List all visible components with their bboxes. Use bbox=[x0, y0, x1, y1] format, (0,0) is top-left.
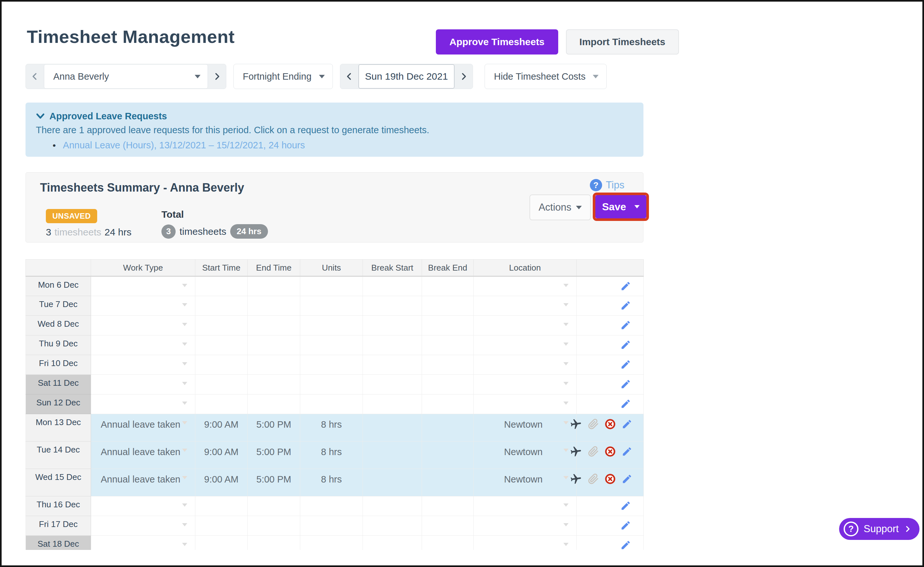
period-type-select[interactable]: Fortnight Ending bbox=[233, 64, 333, 89]
start-time-cell[interactable] bbox=[195, 335, 248, 355]
edit-icon[interactable] bbox=[620, 280, 631, 292]
end-time-cell[interactable] bbox=[248, 335, 300, 355]
units-cell[interactable] bbox=[300, 296, 363, 316]
work-type-cell[interactable] bbox=[91, 496, 195, 516]
break-start-cell[interactable] bbox=[363, 536, 422, 550]
edit-icon[interactable] bbox=[620, 339, 631, 350]
edit-icon[interactable] bbox=[620, 320, 631, 331]
edit-icon[interactable] bbox=[620, 520, 631, 531]
start-time-cell[interactable] bbox=[195, 375, 248, 394]
start-time-cell[interactable] bbox=[195, 276, 248, 296]
end-time-cell[interactable] bbox=[248, 355, 300, 375]
break-end-cell[interactable] bbox=[422, 355, 474, 375]
break-end-cell[interactable] bbox=[422, 394, 474, 414]
break-end-cell[interactable] bbox=[422, 414, 474, 441]
work-type-cell[interactable] bbox=[91, 536, 195, 550]
end-time-cell[interactable] bbox=[248, 375, 300, 394]
edit-icon[interactable] bbox=[620, 300, 631, 311]
approved-leave-header[interactable]: Approved Leave Requests bbox=[36, 111, 632, 122]
end-time-cell[interactable] bbox=[248, 296, 300, 316]
location-cell[interactable] bbox=[474, 296, 576, 316]
break-end-cell[interactable] bbox=[422, 441, 474, 469]
travel-icon[interactable] bbox=[570, 418, 582, 430]
work-type-cell[interactable]: Annual leave taken bbox=[91, 414, 195, 441]
break-end-cell[interactable] bbox=[422, 516, 474, 536]
break-end-cell[interactable] bbox=[422, 469, 474, 496]
end-time-cell[interactable] bbox=[248, 316, 300, 335]
units-cell[interactable] bbox=[300, 536, 363, 550]
edit-icon[interactable] bbox=[620, 398, 631, 409]
edit-icon[interactable] bbox=[620, 359, 631, 370]
edit-icon[interactable] bbox=[620, 500, 631, 511]
units-cell[interactable]: 8 hrs bbox=[300, 469, 363, 496]
costs-visibility-select[interactable]: Hide Timesheet Costs bbox=[485, 64, 606, 89]
work-type-cell[interactable]: Annual leave taken bbox=[91, 469, 195, 496]
end-time-cell[interactable]: 5:00 PM bbox=[248, 469, 300, 496]
start-time-cell[interactable]: 9:00 AM bbox=[195, 469, 248, 496]
employee-select[interactable]: Anna Beverly bbox=[44, 64, 208, 89]
break-start-cell[interactable] bbox=[363, 335, 422, 355]
break-end-cell[interactable] bbox=[422, 536, 474, 550]
actions-button[interactable]: Actions bbox=[530, 195, 591, 220]
units-cell[interactable] bbox=[300, 375, 363, 394]
units-cell[interactable] bbox=[300, 335, 363, 355]
start-time-cell[interactable] bbox=[195, 394, 248, 414]
delete-icon[interactable] bbox=[605, 418, 615, 430]
edit-icon[interactable] bbox=[622, 446, 632, 457]
work-type-cell[interactable] bbox=[91, 316, 195, 335]
location-cell[interactable] bbox=[474, 516, 576, 536]
units-cell[interactable] bbox=[300, 276, 363, 296]
edit-icon[interactable] bbox=[622, 474, 632, 484]
location-cell[interactable]: Newtown bbox=[474, 469, 576, 496]
start-time-cell[interactable] bbox=[195, 316, 248, 335]
break-start-cell[interactable] bbox=[363, 296, 422, 316]
break-end-cell[interactable] bbox=[422, 496, 474, 516]
tips-link[interactable]: ? Tips bbox=[590, 179, 625, 191]
start-time-cell[interactable] bbox=[195, 296, 248, 316]
break-end-cell[interactable] bbox=[422, 335, 474, 355]
leave-request-link[interactable]: Annual Leave (Hours), 13/12/2021 – 15/12… bbox=[53, 140, 632, 151]
period-date-display[interactable]: Sun 19th Dec 2021 bbox=[358, 64, 454, 89]
break-start-cell[interactable] bbox=[363, 414, 422, 441]
attachment-icon[interactable] bbox=[588, 474, 599, 484]
units-cell[interactable] bbox=[300, 516, 363, 536]
start-time-cell[interactable] bbox=[195, 496, 248, 516]
attachment-icon[interactable] bbox=[588, 446, 599, 457]
units-cell[interactable] bbox=[300, 316, 363, 335]
location-cell[interactable] bbox=[474, 276, 576, 296]
start-time-cell[interactable] bbox=[195, 536, 248, 550]
location-cell[interactable]: Newtown bbox=[474, 441, 576, 469]
edit-icon[interactable] bbox=[622, 418, 632, 430]
break-end-cell[interactable] bbox=[422, 316, 474, 335]
end-time-cell[interactable] bbox=[248, 516, 300, 536]
edit-icon[interactable] bbox=[620, 379, 631, 390]
break-start-cell[interactable] bbox=[363, 441, 422, 469]
start-time-cell[interactable] bbox=[195, 355, 248, 375]
location-cell[interactable] bbox=[474, 394, 576, 414]
break-start-cell[interactable] bbox=[363, 316, 422, 335]
end-time-cell[interactable]: 5:00 PM bbox=[248, 414, 300, 441]
date-prev-button[interactable] bbox=[340, 64, 358, 89]
start-time-cell[interactable]: 9:00 AM bbox=[195, 414, 248, 441]
units-cell[interactable] bbox=[300, 355, 363, 375]
work-type-cell[interactable] bbox=[91, 375, 195, 394]
break-start-cell[interactable] bbox=[363, 276, 422, 296]
end-time-cell[interactable] bbox=[248, 496, 300, 516]
break-end-cell[interactable] bbox=[422, 276, 474, 296]
employee-next-button[interactable] bbox=[208, 64, 226, 89]
location-cell[interactable] bbox=[474, 496, 576, 516]
work-type-cell[interactable] bbox=[91, 296, 195, 316]
work-type-cell[interactable] bbox=[91, 394, 195, 414]
work-type-cell[interactable] bbox=[91, 516, 195, 536]
import-timesheets-button[interactable]: Import Timesheets bbox=[566, 29, 679, 54]
break-start-cell[interactable] bbox=[363, 469, 422, 496]
employee-prev-button[interactable] bbox=[26, 64, 44, 89]
start-time-cell[interactable]: 9:00 AM bbox=[195, 441, 248, 469]
location-cell[interactable] bbox=[474, 355, 576, 375]
end-time-cell[interactable] bbox=[248, 276, 300, 296]
delete-icon[interactable] bbox=[605, 474, 615, 484]
start-time-cell[interactable] bbox=[195, 516, 248, 536]
attachment-icon[interactable] bbox=[588, 418, 599, 430]
support-button[interactable]: ? Support bbox=[839, 518, 919, 540]
units-cell[interactable] bbox=[300, 394, 363, 414]
